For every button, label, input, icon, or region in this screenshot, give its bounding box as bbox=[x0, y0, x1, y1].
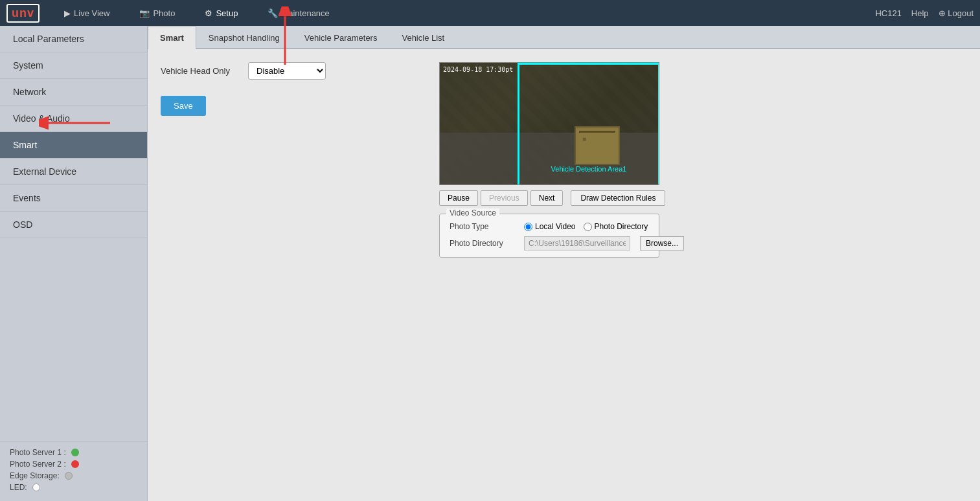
vehicle-head-only-label: Vehicle Head Only bbox=[161, 66, 238, 76]
led-label: LED: bbox=[10, 483, 27, 492]
sidebar-video-audio-label: Video & Audio bbox=[13, 113, 70, 124]
nav-setup-label: Setup bbox=[216, 8, 238, 18]
photo-directory-radio-label: Photo Directory bbox=[595, 222, 648, 231]
tab-vehicle-parameters-label: Vehicle Parameters bbox=[304, 33, 378, 43]
photo-server2-row: Photo Server 2 : bbox=[10, 460, 137, 469]
top-bar: unv ▶ Live View 📷 Photo ⚙ Setup 🔧 Mainte… bbox=[0, 0, 980, 26]
sidebar-events-label: Events bbox=[13, 193, 41, 203]
photo-server1-indicator bbox=[71, 449, 79, 456]
photo-server2-indicator bbox=[71, 460, 79, 468]
save-button[interactable]: Save bbox=[161, 96, 206, 116]
left-panel: Vehicle Head Only Disable Enable Save bbox=[161, 62, 420, 488]
photo-server1-label: Photo Server 1 : bbox=[10, 448, 66, 457]
nav-photo-label: Photo bbox=[153, 8, 175, 18]
nav-live-view[interactable]: ▶ Live View bbox=[59, 5, 115, 21]
vehicle-head-only-select[interactable]: Disable Enable bbox=[248, 62, 326, 80]
main-layout: Local Parameters System Network Video & … bbox=[0, 26, 980, 501]
sidebar-smart-label: Smart bbox=[13, 140, 37, 150]
photo-directory-radio[interactable] bbox=[584, 223, 592, 231]
sidebar-network-label: Network bbox=[13, 87, 46, 97]
draw-detection-rules-button[interactable]: Draw Detection Rules bbox=[571, 190, 665, 206]
detection-area-overlay: Vehicle Detection Area1 bbox=[518, 63, 659, 185]
sidebar-item-network[interactable]: Network bbox=[0, 79, 147, 106]
video-controls: Pause Previous Next Draw Detection Rules bbox=[439, 190, 967, 206]
sidebar-item-smart[interactable]: Smart bbox=[0, 132, 147, 159]
photo-type-radio-group: Local Video Photo Directory bbox=[524, 222, 648, 231]
tab-vehicle-list[interactable]: Vehicle List bbox=[389, 26, 457, 49]
sidebar-status: Photo Server 1 : Photo Server 2 : Edge S… bbox=[0, 441, 147, 501]
live-view-icon: ▶ bbox=[64, 8, 71, 18]
photo-directory-input[interactable] bbox=[524, 236, 630, 251]
previous-button[interactable]: Previous bbox=[481, 190, 528, 206]
video-timestamp: 2024-09-18 17:30pt bbox=[443, 66, 513, 73]
sidebar-item-system[interactable]: System bbox=[0, 52, 147, 79]
logo-v: v bbox=[27, 6, 34, 19]
edge-storage-indicator bbox=[65, 472, 73, 480]
tab-vehicle-list-label: Vehicle List bbox=[402, 33, 444, 43]
sidebar-external-device-label: External Device bbox=[13, 166, 76, 177]
sidebar-system-label: System bbox=[13, 60, 43, 71]
logo-text: un bbox=[12, 6, 27, 19]
photo-server1-row: Photo Server 1 : bbox=[10, 448, 137, 457]
sidebar: Local Parameters System Network Video & … bbox=[0, 26, 148, 501]
tab-bar: Smart Snapshot Handling Vehicle Paramete… bbox=[148, 26, 980, 49]
edge-storage-label: Edge Storage: bbox=[10, 471, 60, 480]
pause-button[interactable]: Pause bbox=[439, 190, 478, 206]
maintenance-icon: 🔧 bbox=[268, 8, 278, 18]
help-link[interactable]: Help bbox=[911, 8, 929, 18]
tab-snapshot-handling[interactable]: Snapshot Handling bbox=[196, 26, 292, 49]
edge-storage-row: Edge Storage: bbox=[10, 471, 137, 480]
logout-button[interactable]: ⊕ Logout bbox=[939, 8, 974, 18]
tab-vehicle-parameters[interactable]: Vehicle Parameters bbox=[292, 26, 390, 49]
top-bar-right: HC121 Help ⊕ Logout bbox=[875, 8, 974, 18]
detection-area-label: Vehicle Detection Area1 bbox=[551, 165, 627, 173]
logout-label: Logout bbox=[948, 8, 974, 18]
photo-directory-option[interactable]: Photo Directory bbox=[584, 222, 648, 231]
logo: unv bbox=[6, 4, 40, 23]
sidebar-item-osd[interactable]: OSD bbox=[0, 212, 147, 238]
tab-smart[interactable]: Smart bbox=[148, 26, 196, 49]
video-source-box: Video Source Photo Type Local Video Phot… bbox=[439, 214, 659, 258]
tab-snapshot-handling-label: Snapshot Handling bbox=[209, 33, 280, 43]
logout-icon: ⊕ bbox=[939, 8, 946, 18]
sidebar-item-external-device[interactable]: External Device bbox=[0, 159, 147, 185]
video-source-legend-title: Video Source bbox=[446, 208, 499, 217]
video-preview: 2024-09-18 17:30pt Vehicle Detection Are… bbox=[439, 62, 659, 185]
sidebar-local-parameters-label: Local Parameters bbox=[13, 34, 84, 44]
photo-server2-label: Photo Server 2 : bbox=[10, 460, 66, 469]
save-row: Save bbox=[161, 93, 420, 116]
local-video-label: Local Video bbox=[535, 222, 576, 231]
local-video-option[interactable]: Local Video bbox=[524, 222, 576, 231]
sidebar-item-local-parameters[interactable]: Local Parameters bbox=[0, 26, 147, 52]
sidebar-item-events[interactable]: Events bbox=[0, 185, 147, 212]
nav-setup[interactable]: ⚙ Setup bbox=[199, 5, 243, 21]
nav-maintenance[interactable]: 🔧 Maintenance bbox=[262, 5, 334, 21]
photo-type-row: Photo Type Local Video Photo Directory bbox=[450, 222, 649, 231]
nav-items: ▶ Live View 📷 Photo ⚙ Setup 🔧 Maintenanc… bbox=[59, 5, 875, 21]
vehicle-head-only-row: Vehicle Head Only Disable Enable bbox=[161, 62, 420, 80]
nav-maintenance-label: Maintenance bbox=[281, 8, 329, 18]
led-row: LED: bbox=[10, 483, 137, 492]
led-indicator bbox=[32, 484, 40, 491]
setup-icon: ⚙ bbox=[205, 8, 212, 18]
dumpster-object: ■ bbox=[575, 126, 620, 165]
tab-smart-label: Smart bbox=[160, 33, 184, 43]
username: HC121 bbox=[875, 8, 901, 18]
nav-live-view-label: Live View bbox=[74, 8, 109, 18]
nav-photo[interactable]: 📷 Photo bbox=[134, 5, 180, 21]
sidebar-item-video-audio[interactable]: Video & Audio bbox=[0, 106, 147, 132]
right-panel: 2024-09-18 17:30pt Vehicle Detection Are… bbox=[439, 62, 967, 488]
local-video-radio[interactable] bbox=[524, 223, 532, 231]
content-body: Vehicle Head Only Disable Enable Save bbox=[148, 49, 980, 501]
video-frame: 2024-09-18 17:30pt Vehicle Detection Are… bbox=[440, 63, 659, 184]
browse-button[interactable]: Browse... bbox=[640, 236, 684, 251]
next-button[interactable]: Next bbox=[530, 190, 564, 206]
content-area: Smart Snapshot Handling Vehicle Paramete… bbox=[148, 26, 980, 501]
sidebar-osd-label: OSD bbox=[13, 219, 32, 230]
photo-directory-row: Photo Directory Browse... bbox=[450, 236, 649, 251]
photo-icon: 📷 bbox=[139, 8, 150, 18]
photo-type-label: Photo Type bbox=[450, 222, 514, 231]
photo-directory-label: Photo Directory bbox=[450, 239, 514, 248]
